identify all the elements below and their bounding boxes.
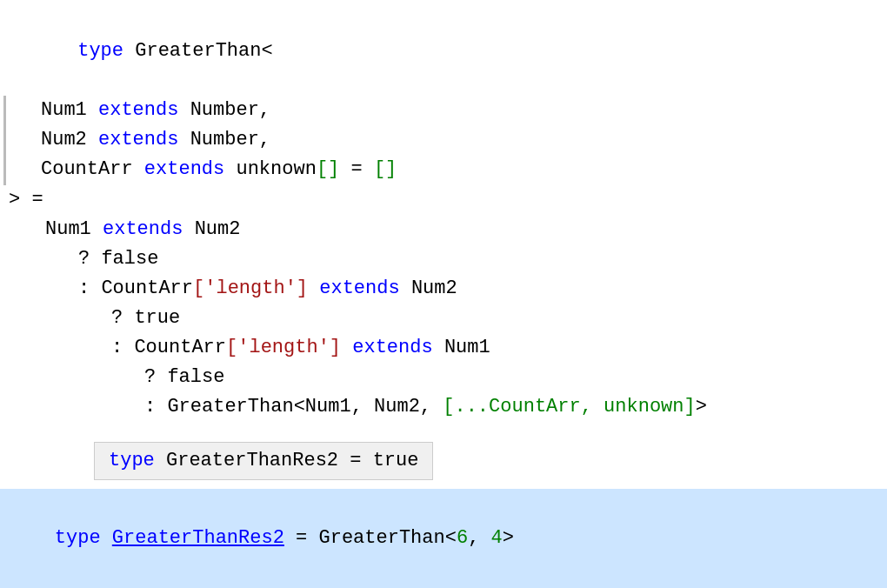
grouped-block: Num1 extends Number, Num2 extends Number… (0, 96, 887, 184)
bottom-sep: , (468, 527, 490, 549)
bottom-keyword-type: type (55, 527, 101, 549)
bottom-type-link[interactable]: GreaterThanRes2 (112, 527, 284, 549)
hover-tooltip: type GreaterThanRes2 = true (94, 442, 433, 480)
bottom-num1: 6 (457, 527, 468, 549)
code-line-4: CountArr extends unknown[] = [] (3, 155, 887, 184)
code-line-7: ? false (0, 244, 887, 274)
hover-equals: = (338, 450, 373, 471)
result-section: type GreaterThanRes2 = true type Greater… (0, 442, 887, 588)
hover-tooltip-wrapper: type GreaterThanRes2 = true (0, 442, 887, 489)
code-line-8: : CountArr['length'] extends Num2 (0, 274, 887, 304)
type-def-name: GreaterThan< (123, 40, 273, 62)
hover-type-name: GreaterThanRes2 (155, 450, 338, 471)
keyword-type-1: type (77, 40, 123, 62)
code-line-2: Num1 extends Number, (3, 96, 887, 125)
code-line-11: ? false (0, 363, 887, 392)
code-line-1: type GreaterThan< (0, 7, 887, 96)
result-bottom-line: type GreaterThanRes2 = GreaterThan<6, 4> (0, 489, 887, 588)
code-line-5: > = (0, 185, 887, 215)
bottom-end: > (503, 527, 514, 549)
code-line-3: Num2 extends Number, (3, 125, 887, 155)
hover-keyword-type: type (109, 450, 155, 471)
hover-value: true (373, 450, 419, 471)
bottom-rest: = GreaterThan< (284, 527, 457, 549)
code-line-10: : CountArr['length'] extends Num1 (0, 333, 887, 363)
bottom-num2: 4 (491, 527, 503, 549)
code-line-6: Num1 extends Num2 (0, 215, 887, 244)
code-line-12: : GreaterThan<Num1, Num2, [...CountArr, … (0, 392, 887, 422)
code-line-9: ? true (0, 304, 887, 333)
